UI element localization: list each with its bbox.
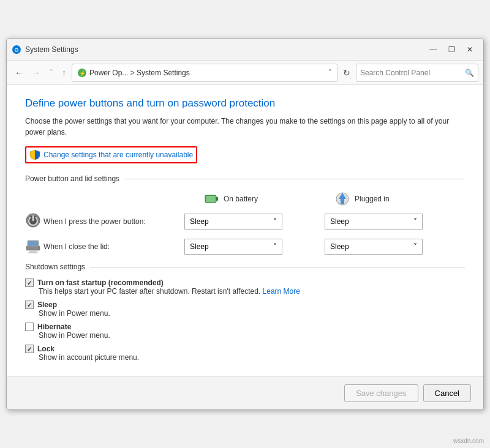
sleep-checkbox[interactable] (25, 301, 34, 309)
watermark: wsxdn.com (453, 438, 484, 444)
fast-startup-label: Turn on fast startup (recommended) (37, 278, 164, 287)
breadcrumb-bar: ⚡ Power Op... > System Settings ˅ (72, 64, 337, 82)
lock-row: Lock Show in account picture menu. (25, 345, 465, 362)
refresh-button[interactable]: ↻ (340, 67, 353, 79)
lid-battery-dropdown[interactable]: Sleep ˅ (184, 239, 325, 255)
lid-battery-value: Sleep (190, 242, 209, 251)
power-button-plugged-select[interactable]: Sleep ˅ (325, 214, 423, 230)
dropdown-chevron-3: ˅ (273, 242, 277, 251)
column-headers: On battery Plugged in (25, 190, 465, 207)
power-button-plugged-value: Sleep (330, 217, 349, 226)
lock-sub: Show in account picture menu. (39, 353, 465, 362)
col-battery-label: On battery (224, 195, 258, 203)
footer: Save changes Cancel (7, 376, 483, 409)
lock-checkbox[interactable] (25, 345, 34, 353)
search-input[interactable] (360, 69, 462, 77)
lid-row: When I close the lid: Sleep ˅ Sleep ˅ (25, 237, 465, 255)
minimize-button[interactable]: — (424, 42, 442, 57)
fast-startup-learn-more[interactable]: Learn More (263, 287, 300, 296)
power-button-battery-select[interactable]: Sleep ˅ (184, 214, 282, 230)
window-icon: ⚙ (12, 45, 21, 54)
dropdown-chevron-1: ˅ (273, 217, 277, 226)
back-button[interactable]: ← (12, 67, 26, 79)
change-settings-label: Change settings that are currently unava… (43, 151, 193, 159)
lid-plugged-select[interactable]: Sleep ˅ (325, 239, 423, 255)
search-icon: 🔍 (465, 69, 474, 77)
uac-shield-icon (29, 149, 40, 160)
fast-startup-checkbox[interactable] (25, 278, 34, 287)
window-title: System Settings (25, 45, 78, 54)
power-button-battery-value: Sleep (190, 217, 209, 226)
lid-label: When I close the lid: (43, 242, 184, 251)
title-bar: ⚙ System Settings — ❐ ✕ (7, 39, 483, 61)
power-button-plugged-dropdown[interactable]: Sleep ˅ (325, 214, 465, 230)
col-plugged-label: Plugged in (355, 195, 390, 203)
svg-text:⚙: ⚙ (14, 47, 19, 53)
hibernate-label: Hibernate (37, 323, 71, 331)
hibernate-sub: Show in Power menu. (39, 331, 465, 340)
col-plugged: Plugged in (334, 190, 465, 207)
window-controls: — ❐ ✕ (424, 42, 478, 57)
plug-icon (334, 190, 351, 207)
fast-startup-row: Turn on fast startup (recommended) This … (25, 278, 465, 296)
main-content: Define power buttons and turn on passwor… (7, 85, 483, 376)
breadcrumb-text: Power Op... > System Settings (89, 69, 326, 77)
breadcrumb-chevron[interactable]: ˅ (328, 69, 332, 77)
nav-bar: ← → ˅ ↑ ⚡ Power Op... > System Settings … (7, 61, 483, 85)
power-button-section-header: Power button and lid settings (25, 174, 465, 183)
search-box: 🔍 (356, 64, 478, 82)
svg-marker-16 (28, 251, 39, 253)
save-changes-button[interactable]: Save changes (344, 384, 418, 402)
lock-label: Lock (37, 345, 55, 353)
svg-rect-8 (206, 196, 216, 202)
change-settings-link[interactable]: Change settings that are currently unava… (25, 146, 197, 163)
lid-battery-select[interactable]: Sleep ˅ (184, 239, 282, 255)
sleep-sub: Show in Power menu. (39, 309, 465, 318)
cancel-button[interactable]: Cancel (423, 384, 471, 402)
shutdown-section: Shutdown settings Turn on fast startup (… (25, 263, 465, 362)
close-button[interactable]: ✕ (461, 42, 478, 57)
lid-plugged-value: Sleep (330, 242, 349, 251)
power-button-label: When I press the power button: (43, 217, 184, 226)
svg-text:⚡: ⚡ (79, 70, 86, 77)
hibernate-checkbox[interactable] (25, 323, 34, 331)
hibernate-row: Hibernate Show in Power menu. (25, 323, 465, 340)
shutdown-section-header: Shutdown settings (25, 263, 465, 271)
lid-icon (25, 237, 41, 253)
sleep-row: Sleep Show in Power menu. (25, 301, 465, 318)
forward-button[interactable]: → (29, 67, 43, 79)
dropdown-button[interactable]: ˅ (46, 67, 56, 79)
breadcrumb-icon: ⚡ (77, 68, 87, 78)
page-description: Choose the power settings that you want … (25, 116, 465, 138)
fast-startup-sub: This helps start your PC faster after sh… (39, 287, 465, 296)
system-settings-window: ⚙ System Settings — ❐ ✕ ← → ˅ ↑ ⚡ Power … (6, 38, 484, 410)
shutdown-section-label: Shutdown settings (25, 263, 85, 271)
power-button-icon (25, 212, 41, 228)
sleep-label: Sleep (37, 301, 57, 309)
svg-rect-15 (28, 241, 38, 246)
page-title: Define power buttons and turn on passwor… (25, 97, 465, 110)
col-battery: On battery (203, 190, 334, 207)
power-button-battery-dropdown[interactable]: Sleep ˅ (184, 214, 325, 230)
maximize-button[interactable]: ❐ (443, 42, 460, 57)
lid-plugged-dropdown[interactable]: Sleep ˅ (325, 239, 465, 255)
dropdown-chevron-2: ˅ (413, 217, 417, 226)
power-button-row: When I press the power button: Sleep ˅ S… (25, 212, 465, 230)
up-button[interactable]: ↑ (59, 67, 69, 79)
svg-rect-7 (216, 197, 218, 201)
dropdown-chevron-4: ˅ (413, 242, 417, 251)
battery-icon (203, 190, 220, 207)
power-button-section-label: Power button and lid settings (25, 174, 119, 183)
